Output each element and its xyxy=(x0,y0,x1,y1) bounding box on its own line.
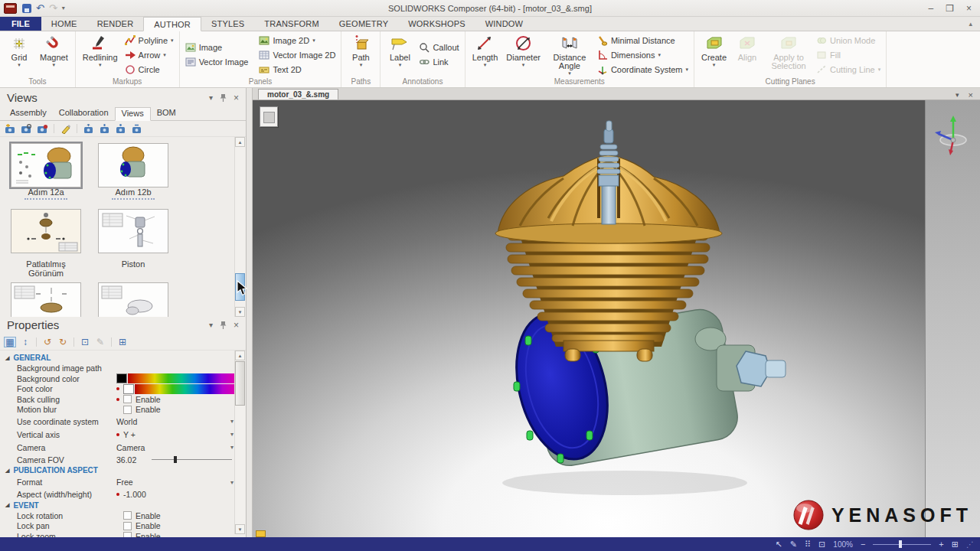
tab-home[interactable]: HOME xyxy=(41,17,87,31)
tab-views[interactable]: Views xyxy=(115,107,151,121)
sort-alphabetical-icon[interactable]: ↕ xyxy=(19,337,31,347)
zoom-level[interactable]: 100% xyxy=(833,540,853,549)
label-button[interactable]: Label ▾ xyxy=(384,33,415,77)
engine-3d-model[interactable] xyxy=(472,117,796,504)
row-foot-color[interactable]: Foot color xyxy=(0,384,235,395)
circle-button[interactable]: Circle xyxy=(123,63,175,76)
row-motion-blur[interactable]: Motion blur Enable xyxy=(0,405,235,416)
image-button[interactable]: Image xyxy=(184,41,250,54)
row-use-coordinate-system[interactable]: Use coordinate system World ▾ xyxy=(0,415,235,428)
maximize-button[interactable]: ❒ xyxy=(946,3,954,14)
grid-toggle-icon[interactable]: ⠿ xyxy=(805,540,811,549)
tab-geometry[interactable]: GEOMETRY xyxy=(329,17,398,31)
collapse-all-icon[interactable]: ↻ xyxy=(57,337,69,347)
document-tab[interactable]: motor_03_&.smg xyxy=(258,89,338,99)
document-list-caret-icon[interactable]: ▾ xyxy=(956,91,959,99)
minimize-button[interactable]: – xyxy=(929,3,934,14)
view-label-exploded[interactable]: Patlatılmış Görünüm xyxy=(8,259,84,278)
background-color-spectrum[interactable] xyxy=(128,373,235,383)
motion-blur-checkbox[interactable] xyxy=(123,406,132,414)
row-vertical-axis[interactable]: Vertical axis Y + ▾ xyxy=(0,428,235,441)
row-back-culling[interactable]: Back culling Enable xyxy=(0,394,235,405)
orientation-triad[interactable] xyxy=(932,109,976,161)
close-panel-icon[interactable]: × xyxy=(234,93,239,103)
foot-color-spectrum[interactable] xyxy=(135,384,235,394)
zoom-slider-thumb[interactable] xyxy=(899,540,902,548)
row-lock-pan[interactable]: Lock pan Enable xyxy=(0,521,235,532)
panel-menu-caret-icon[interactable]: ▾ xyxy=(209,93,213,102)
tab-assembly[interactable]: Assembly xyxy=(4,107,53,120)
camera-view-2-icon[interactable] xyxy=(98,122,111,135)
paint-mode-icon[interactable] xyxy=(59,122,72,135)
collapse-icon[interactable]: ◢ xyxy=(5,355,9,361)
magnet-button[interactable]: Magnet ▾ xyxy=(37,33,71,77)
panel-splitter[interactable] xyxy=(247,88,253,537)
foot-color-swatch[interactable] xyxy=(123,384,134,394)
view-thumbnail-piston[interactable] xyxy=(98,209,168,253)
length-button[interactable]: Length ▾ xyxy=(469,33,501,77)
views-scrollbar-thumb[interactable] xyxy=(235,273,245,301)
delete-view-icon[interactable] xyxy=(36,122,49,135)
view-thumbnail-adim12b[interactable] xyxy=(98,143,168,187)
zoom-in-button[interactable]: + xyxy=(939,540,943,549)
row-lock-zoom[interactable]: Lock zoom Enable xyxy=(0,531,235,537)
view-thumbnail-partial-2[interactable] xyxy=(98,282,168,317)
scroll-down-icon[interactable]: ▾ xyxy=(235,524,245,534)
minimal-distance-button[interactable]: Minimal Distance xyxy=(596,34,690,47)
zoom-out-button[interactable]: − xyxy=(861,540,865,549)
view-label-piston[interactable]: Piston xyxy=(95,259,172,269)
text-2d-button[interactable]: Text 2D xyxy=(257,63,337,76)
properties-scrollbar-thumb[interactable] xyxy=(235,361,245,406)
render-canvas[interactable] xyxy=(253,100,925,537)
view-thumbnail-adim12a[interactable] xyxy=(11,143,81,187)
redlining-button[interactable]: Redlining ▾ xyxy=(80,33,121,77)
dimensions-button[interactable]: Dimensions ▾ xyxy=(596,48,690,61)
view-thumbnail-partial-1[interactable] xyxy=(11,282,81,317)
pin-icon[interactable] xyxy=(220,321,227,330)
resize-grip-icon[interactable]: ⋰ xyxy=(966,540,974,549)
create-view-icon[interactable] xyxy=(4,122,17,135)
scroll-up-icon[interactable]: ▴ xyxy=(235,350,245,360)
customize-toolbar-caret-icon[interactable]: ▾ xyxy=(62,5,65,11)
row-background-image-path[interactable]: Background image path xyxy=(0,364,235,374)
camera-fov-value[interactable]: 36.02 xyxy=(116,455,152,465)
diameter-button[interactable]: Diameter ▾ xyxy=(503,33,544,77)
pin-icon[interactable] xyxy=(220,93,227,103)
fullscreen-icon[interactable]: ⊞ xyxy=(952,540,959,549)
collapse-icon[interactable]: ◢ xyxy=(5,502,9,508)
arrow-button[interactable]: Arrow ▾ xyxy=(123,48,175,61)
background-color-swatch[interactable] xyxy=(116,373,127,383)
section-publication-aspect[interactable]: PUBLICATION ASPECT xyxy=(13,466,98,474)
update-view-icon[interactable] xyxy=(20,122,33,135)
close-document-icon[interactable]: × xyxy=(969,90,973,99)
tab-author[interactable]: AUTHOR xyxy=(143,17,201,31)
tab-styles[interactable]: STYLES xyxy=(201,17,254,31)
section-general[interactable]: GENERAL xyxy=(13,354,51,362)
camera-view-4-icon[interactable] xyxy=(130,122,143,135)
app-icon[interactable] xyxy=(4,3,17,14)
camera-view-3-icon[interactable] xyxy=(114,122,127,135)
history-icon[interactable]: ⊡ xyxy=(79,337,91,347)
aspect-value[interactable]: -1.000 xyxy=(123,490,146,499)
tab-workshops[interactable]: WORKSHOPS xyxy=(398,17,475,31)
row-background-color[interactable]: Background color xyxy=(0,373,235,384)
lock-zoom-checkbox[interactable] xyxy=(123,532,132,537)
categorized-view-icon[interactable]: ▦ xyxy=(4,337,16,347)
path-button[interactable]: Path ▾ xyxy=(345,33,376,77)
image-2d-button[interactable]: Image 2D ▾ xyxy=(257,34,337,47)
zoom-slider[interactable] xyxy=(873,540,931,548)
grid-button[interactable]: Grid ▾ xyxy=(4,33,34,77)
section-event[interactable]: EVENT xyxy=(13,501,38,510)
select-tool-icon[interactable]: ↖ xyxy=(776,540,782,549)
minimize-ribbon-icon[interactable]: ▴ xyxy=(969,20,972,28)
distance-angle-button[interactable]: Distance Angle ▾ xyxy=(546,33,593,77)
coordinate-system-button[interactable]: Coordinate System ▾ xyxy=(596,63,690,76)
row-camera-fov[interactable]: Camera FOV 36.02 xyxy=(0,454,235,465)
tab-transform[interactable]: TRANSFORM xyxy=(254,17,328,31)
close-button[interactable]: × xyxy=(966,3,972,14)
scroll-up-icon[interactable]: ▴ xyxy=(235,137,245,147)
row-camera[interactable]: Camera Camera ▾ xyxy=(0,441,235,454)
vector-image-button[interactable]: Vector Image xyxy=(184,56,250,69)
row-format[interactable]: Format Free ▾ xyxy=(0,476,235,489)
tab-render[interactable]: RENDER xyxy=(87,17,144,31)
